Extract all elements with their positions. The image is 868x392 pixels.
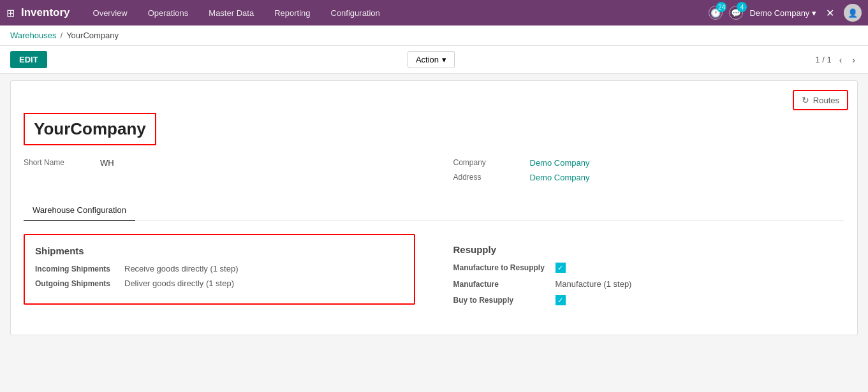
company-selector[interactable]: Demo Company ▾ [749,8,816,18]
routes-icon: ↻ [802,95,809,105]
menu-operations[interactable]: Operations [144,6,193,20]
prev-page-button[interactable]: ‹ [837,54,845,66]
manufacture-to-resupply-row: Manufacture to Resupply ✓ [453,263,845,273]
breadcrumb: Warehouses / YourCompany [0,25,868,46]
close-icon[interactable]: ✕ [826,7,834,19]
routes-label: Routes [813,96,839,105]
buy-to-resupply-row: Buy to Resupply ✓ [453,295,845,305]
app-brand: Inventory [21,6,70,19]
company-label: Company [453,158,530,167]
action-arrow: ▾ [442,55,446,64]
outgoing-value: Deliver goods directly (1 step) [124,279,234,288]
fields-right: Company Demo Company Address Demo Compan… [453,158,845,187]
company-field: Company Demo Company [453,158,845,168]
main-content: ↻ Routes YourCompany Short Name WH Compa… [0,74,868,342]
incoming-value: Receive goods directly (1 step) [124,264,238,273]
messages-count: 4 [737,2,747,12]
grid-icon[interactable]: ⊞ [6,7,15,19]
outgoing-label: Outgoing Shipments [35,279,124,288]
user-avatar[interactable]: 👤 [844,4,862,22]
routes-button[interactable]: ↻ Routes [793,90,848,110]
buy-to-resupply-label: Buy to Resupply [453,296,555,305]
menu-configuration[interactable]: Configuration [327,6,384,20]
shipments-title: Shipments [35,245,404,256]
manufacture-label: Manufacture [453,280,555,289]
toolbar: EDIT Action ▾ 1 / 1 ‹ › [0,46,868,74]
pagination: 1 / 1 ‹ › [815,54,858,66]
address-field: Address Demo Company [453,173,845,182]
menu-overview[interactable]: Overview [89,6,131,20]
breadcrumb-current: YourCompany [66,31,119,40]
record-card: ↻ Routes YourCompany Short Name WH Compa… [10,80,858,335]
shipments-box: Shipments Incoming Shipments Receive goo… [24,234,415,305]
pagination-count: 1 / 1 [815,55,831,64]
buy-to-resupply-checkbox[interactable]: ✓ [555,295,566,305]
main-menu: Overview Operations Master Data Reportin… [89,6,709,20]
breadcrumb-separator: / [61,31,63,40]
incoming-shipments-row: Incoming Shipments Receive goods directl… [35,264,404,273]
address-value[interactable]: Demo Company [530,173,590,182]
resupply-title: Resupply [453,244,845,255]
manufacture-to-resupply-label: Manufacture to Resupply [453,263,555,272]
toolbar-left: EDIT [10,51,47,68]
tab-content: Shipments Incoming Shipments Receive goo… [24,234,844,322]
action-button[interactable]: Action ▾ [408,51,455,68]
outgoing-shipments-row: Outgoing Shipments Deliver goods directl… [35,279,404,288]
menu-master-data[interactable]: Master Data [205,6,258,20]
next-page-button[interactable]: › [850,54,858,66]
tabs-bar: Warehouse Configuration [24,200,844,221]
top-navigation: ⊞ Inventory Overview Operations Master D… [0,0,868,25]
manufacture-to-resupply-checkbox[interactable]: ✓ [555,263,566,273]
warehouse-name-box: YourCompany [24,113,156,145]
menu-reporting[interactable]: Reporting [270,6,314,20]
warehouse-name: YourCompany [34,119,146,138]
record-fields: Short Name WH Company Demo Company Addre… [24,158,844,187]
action-label: Action [416,55,439,64]
short-name-label: Short Name [24,158,100,167]
breadcrumb-parent[interactable]: Warehouses [10,31,57,40]
address-label: Address [453,173,530,182]
edit-button[interactable]: EDIT [10,51,47,68]
manufacture-value: Manufacture (1 step) [555,279,632,289]
shipments-section: Shipments Incoming Shipments Receive goo… [24,234,415,322]
fields-left: Short Name WH [24,158,415,187]
short-name-field: Short Name WH [24,158,415,168]
manufacture-row: Manufacture Manufacture (1 step) [453,279,845,289]
notifications-button[interactable]: 🕐 24 [709,6,723,20]
short-name-value: WH [100,158,114,168]
resupply-section: Resupply Manufacture to Resupply ✓ Manuf… [453,234,845,322]
company-value[interactable]: Demo Company [530,158,590,168]
toolbar-center: Action ▾ [408,51,455,68]
topnav-right: 🕐 24 💬 4 Demo Company ▾ ✕ 👤 [709,4,862,22]
messages-button[interactable]: 💬 4 [729,6,743,20]
tab-warehouse-config[interactable]: Warehouse Configuration [24,200,135,221]
incoming-label: Incoming Shipments [35,265,124,273]
notifications-count: 24 [716,2,726,12]
resupply-content: Resupply Manufacture to Resupply ✓ Manuf… [453,234,845,322]
